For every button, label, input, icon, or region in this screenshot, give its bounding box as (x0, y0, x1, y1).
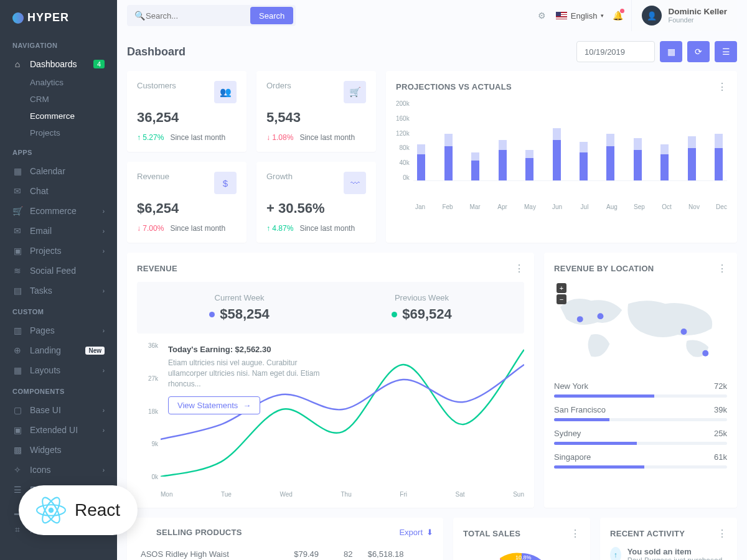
search-icon: 🔍 (133, 9, 146, 22)
sidebar-sub-projects[interactable]: Projects (0, 124, 117, 141)
earning-title: Today's Earning: $2,562.30 (168, 345, 330, 354)
search-button[interactable]: Search (250, 7, 293, 24)
calendar-icon: ▦ (667, 47, 675, 57)
zoom-out-button[interactable]: − (557, 294, 566, 304)
main-area: 🔍 Search ⚙ English ▾ 🔔 👤 Dominic Keller … (117, 0, 747, 560)
download-icon: ⬇ (426, 528, 433, 537)
more-icon[interactable]: ⋮ (514, 263, 524, 274)
form-icon: ☰ (12, 485, 22, 495)
more-icon[interactable]: ⋮ (570, 528, 580, 539)
revenue-chart: 36k27k18k9k0k MonTueWedThuFriSatSun Toda… (137, 342, 524, 498)
more-icon[interactable]: ⋮ (717, 528, 727, 539)
sidebar-sub-ecommerce[interactable]: Ecommerce (0, 108, 117, 124)
stat-orders: Orders🛒 5,543 ↓ 1.08%Since last month (256, 71, 376, 152)
svg-text:10.8%: 10.8% (515, 554, 532, 560)
sidebar-item-pages[interactable]: ▥Pages› (0, 320, 117, 340)
chat-icon: ✉ (12, 186, 22, 196)
dashboards-badge: 4 (93, 60, 105, 68)
chevron-down-icon: ▾ (601, 12, 604, 19)
box-icon: ▢ (12, 405, 22, 415)
sidebar-item-dashboards[interactable]: ⌂ Dashboards 4 (0, 54, 117, 74)
sidebar-item-layouts[interactable]: ▦Layouts› (0, 360, 117, 380)
location-row: New York72k (554, 381, 727, 398)
table-row[interactable]: ASOS Ridley High Waist $79.49 82 $6,518.… (138, 546, 432, 560)
clipboard-icon: ▤ (12, 286, 22, 296)
sidebar-item-social[interactable]: ≋Social Feed (0, 261, 117, 281)
language-switcher[interactable]: English ▾ (556, 11, 604, 21)
gear-icon[interactable]: ⚙ (536, 9, 548, 22)
donut-chart: 10.8%28.0% (484, 547, 559, 560)
stat-customers: Customers👥 36,254 ↑ 5.27%Since last mont… (127, 71, 247, 152)
date-input[interactable]: 10/19/2019 (576, 41, 655, 62)
trend-down-icon: ↓ 7.00% (137, 224, 164, 233)
arrow-right-icon: → (243, 401, 251, 410)
sidebar-item-projects-app[interactable]: ▣Projects› (0, 241, 117, 261)
brand-text: HYPER (27, 11, 69, 24)
sidebar-item-landing[interactable]: ⊕LandingNew (0, 340, 117, 360)
more-icon[interactable]: ⋮ (717, 81, 727, 93)
projections-chart (413, 100, 727, 181)
activity-item: ↑ You sold an item Paul Burgess just pur… (610, 547, 727, 560)
new-badge: New (85, 347, 105, 355)
users-icon: 👥 (214, 81, 237, 103)
sidebar-item-calendar[interactable]: ▦Calendar (0, 161, 117, 181)
bell-icon[interactable]: 🔔 (611, 9, 624, 22)
nav-section-navigation: NAVIGATION (0, 34, 117, 54)
globe-icon: ⊕ (12, 345, 22, 355)
export-button[interactable]: Export⬇ (399, 528, 433, 537)
world-map[interactable]: +− (554, 282, 727, 375)
sidebar: HYPER NAVIGATION ⌂ Dashboards 4 Analytic… (0, 0, 117, 560)
sidebar-item-extendedui[interactable]: ▣Extended UI› (0, 420, 117, 440)
refresh-icon: ⟳ (695, 47, 702, 57)
search-input[interactable] (146, 11, 250, 21)
sidebar-item-icons[interactable]: ✧Icons› (0, 460, 117, 480)
brand-logo[interactable]: HYPER (0, 11, 117, 34)
sidebar-item-email[interactable]: ✉Email› (0, 221, 117, 241)
view-statements-button[interactable]: View Statements→ (168, 396, 260, 414)
svg-point-0 (577, 316, 583, 322)
flag-us-icon (556, 12, 567, 19)
sidebar-item-baseui[interactable]: ▢Base UI› (0, 400, 117, 420)
sidebar-item-ecommerce-app[interactable]: 🛒Ecommerce› (0, 201, 117, 221)
more-icon[interactable]: ⋮ (717, 263, 727, 274)
sidebar-item-widgets[interactable]: ▩Widgets (0, 440, 117, 460)
filter-button[interactable]: ☰ (715, 41, 737, 62)
projections-x-axis: JanFebMarAprMayJunJulAugSepOctNovDec (415, 203, 727, 210)
svg-point-2 (681, 329, 687, 335)
briefcase-icon: ▣ (12, 246, 22, 256)
products-card: TOP SELLING PRODUCTSExport⬇ ASOS Ridley … (127, 518, 443, 560)
calendar-button[interactable]: ▦ (660, 41, 682, 62)
rss-icon: ≋ (12, 266, 22, 276)
location-row: Singapore61k (554, 452, 727, 469)
sidebar-sub-analytics[interactable]: Analytics (0, 74, 117, 91)
products-table: ASOS Ridley High Waist $79.49 82 $6,518.… (137, 544, 433, 560)
share-icon: ⌗ (12, 525, 22, 534)
dot-current-icon (209, 312, 215, 317)
chevron-right-icon: › (103, 327, 105, 334)
filter-icon: ☰ (722, 47, 730, 57)
sparkle-icon: ✧ (12, 465, 22, 475)
chevron-right-icon: › (103, 427, 105, 434)
upload-icon: ↑ (610, 547, 621, 560)
projections-y-axis: 200k160k120k80k40k0k (396, 100, 413, 181)
cart-icon: 🛒 (12, 206, 22, 216)
refresh-button[interactable]: ⟳ (687, 41, 710, 62)
activity-card: RECENT ACTIVITY⋮ ↑ You sold an item Paul… (600, 518, 737, 560)
dollar-icon: $ (214, 172, 237, 194)
sidebar-item-tasks[interactable]: ▤Tasks› (0, 281, 117, 301)
location-card: REVENUE BY LOCATION⋮ +− New York72kSan F… (544, 253, 737, 508)
user-menu[interactable]: 👤 Dominic Keller Founder (631, 0, 737, 31)
nav-section-custom: CUSTOM (0, 301, 117, 320)
react-logo-icon (36, 495, 66, 525)
trend-up-icon: ↑ 4.87% (266, 224, 293, 233)
chevron-right-icon: › (103, 367, 105, 374)
topbar: 🔍 Search ⚙ English ▾ 🔔 👤 Dominic Keller … (117, 0, 747, 31)
location-row: San Francisco39k (554, 405, 727, 421)
zoom-in-button[interactable]: + (557, 283, 566, 293)
sidebar-sub-crm[interactable]: CRM (0, 91, 117, 108)
logo-icon (12, 12, 24, 24)
sidebar-item-chat[interactable]: ✉Chat (0, 181, 117, 201)
nav-section-apps: APPS (0, 141, 117, 161)
avatar: 👤 (642, 6, 662, 26)
projections-card: PROJECTIONS VS ACTUALS⋮ 200k160k120k80k4… (386, 71, 737, 243)
